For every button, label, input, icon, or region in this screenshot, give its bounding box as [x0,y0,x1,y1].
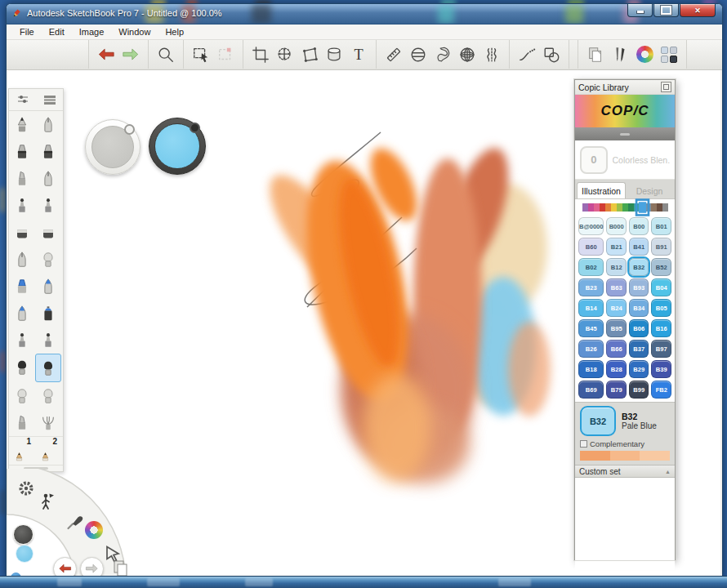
spectrum-swatch[interactable] [600,203,605,212]
custom-set-header[interactable]: Custom set ▲ [575,465,675,478]
copic-swatch-B39[interactable]: B39 [651,360,671,378]
copic-swatch-FB2[interactable]: FB2 [651,381,671,399]
copic-swatch-B29[interactable]: B29 [629,360,649,378]
copic-swatch-B32-selected[interactable]: B32 [629,258,649,276]
brush-eraser-hard[interactable] [9,219,35,246]
spectrum-swatch[interactable] [617,203,622,212]
copic-swatch-B97[interactable]: B97 [651,340,671,358]
custom-slot-2[interactable]: 2 [35,437,61,465]
menu-window[interactable]: Window [112,26,157,38]
spectrum-swatch[interactable] [657,203,662,212]
undo-button[interactable] [94,43,118,66]
zoom-tool[interactable] [154,43,178,66]
custom-slot-1[interactable]: 1 [9,437,35,465]
ellipse-guide-tool[interactable] [406,43,430,66]
copic-swatch-B37[interactable]: B37 [629,340,649,358]
tab-illustration[interactable]: Illustration [577,182,626,198]
menu-image[interactable]: Image [73,26,111,38]
copic-swatch-B99[interactable]: B99 [629,381,649,399]
taskbar-app[interactable] [245,578,273,586]
spectrum-swatch[interactable] [651,203,657,212]
canvas-area[interactable]: 1 2 [7,70,720,578]
taskbar-app[interactable] [57,578,82,586]
brush-small-round[interactable] [35,246,61,273]
brush-library-button[interactable] [608,43,632,66]
current-color-disc[interactable] [16,545,33,563]
move-selection-tool[interactable] [273,43,297,66]
menu-file[interactable]: File [13,26,41,38]
brush-spray-can[interactable] [35,300,61,327]
copic-swatch-B45[interactable]: B45 [578,319,604,337]
spectrum-swatch[interactable] [594,203,600,212]
selected-color-swatch[interactable]: B32 [580,406,616,436]
close-button[interactable]: ✕ [680,4,716,17]
steady-stroke-tool[interactable] [515,43,539,66]
copic-swatch-B34[interactable]: B34 [629,299,649,317]
complementary-color[interactable] [580,451,610,461]
spectrum-swatch-selected[interactable] [638,202,645,213]
brush-chisel-tip[interactable] [9,165,35,192]
spectrum-swatch[interactable] [611,203,617,212]
copic-swatch-B63[interactable]: B63 [606,278,627,296]
taskbar-app[interactable] [498,578,531,586]
spectrum-swatch[interactable] [588,203,594,212]
menu-edit[interactable]: Edit [42,26,71,38]
brush-smudge[interactable] [9,327,35,354]
brush-marker-select[interactable] [35,138,61,165]
brush-eraser-soft[interactable] [35,219,61,246]
copic-swatch-B14[interactable]: B14 [578,299,604,317]
copic-swatch-B21[interactable]: B21 [606,238,627,256]
copic-swatch-B52[interactable]: B52 [651,258,671,276]
copic-swatch-B26[interactable]: B26 [578,340,604,358]
brush-paintbrush-selected[interactable] [35,354,61,382]
brush-pencil[interactable] [9,111,35,138]
lagoon-color-button[interactable] [85,521,105,541]
custom-set-area[interactable] [575,478,675,570]
windows-taskbar[interactable] [0,576,727,588]
title-bar[interactable]: Autodesk SketchBook Pro 7 - Untitled @ 1… [7,4,722,24]
brush-smudge-2[interactable] [35,327,61,354]
copic-swatch-B91[interactable]: B91 [651,238,671,256]
copic-swatch-B06[interactable]: B06 [629,319,649,337]
brush-angle-brush[interactable] [9,409,35,436]
current-brush-disc[interactable] [13,524,33,545]
menu-help[interactable]: Help [158,26,190,38]
copic-swatch-B79[interactable]: B79 [606,381,627,399]
copic-swatch-B93[interactable]: B93 [629,278,649,296]
taskbar-app[interactable] [147,578,180,586]
lagoon-settings-button[interactable] [16,479,36,498]
select-tool[interactable] [189,43,213,66]
brush-puck[interactable] [85,119,140,175]
spectrum-swatch[interactable] [662,203,668,212]
ruler-tool[interactable] [381,43,406,66]
copic-swatch-B00[interactable]: B00 [629,217,649,235]
copic-swatch-B0000[interactable]: B@0000 [578,217,604,235]
brush-fan-brush[interactable] [35,409,61,436]
transform-tool[interactable] [297,43,322,66]
shapes-tool[interactable] [539,43,564,66]
spectrum-swatch[interactable] [582,203,588,212]
copic-swatch-B24[interactable]: B24 [606,299,627,317]
text-tool[interactable]: T [346,43,371,66]
copic-swatch-B18[interactable]: B18 [578,360,604,378]
copic-swatch-B01[interactable]: B01 [651,217,671,235]
layer-editor-button[interactable] [657,43,681,66]
copy-page-button[interactable] [583,43,608,66]
french-curve-tool[interactable] [430,43,455,66]
copic-swatch-B23[interactable]: B23 [578,278,604,296]
brush-ballpoint[interactable] [9,192,35,219]
copic-swatch-B69[interactable]: B69 [578,381,604,399]
brush-properties-button[interactable] [9,89,36,110]
brush-paintbrush-dark[interactable] [9,354,35,381]
brush-felt-pen[interactable] [9,246,35,273]
copic-swatch-B60[interactable]: B60 [578,238,604,256]
brush-stamp[interactable] [35,192,61,219]
brush-blue-chisel[interactable] [9,300,35,327]
copic-swatch-B12[interactable]: B12 [606,258,627,276]
brush-soft-brush[interactable] [9,382,35,409]
complementary-color[interactable] [640,451,670,461]
brush-airbrush[interactable] [35,111,61,138]
brush-soft-brush-wide[interactable] [35,382,61,409]
copic-swatch-B41[interactable]: B41 [629,238,649,256]
copic-collapse-strip[interactable] [575,127,675,140]
